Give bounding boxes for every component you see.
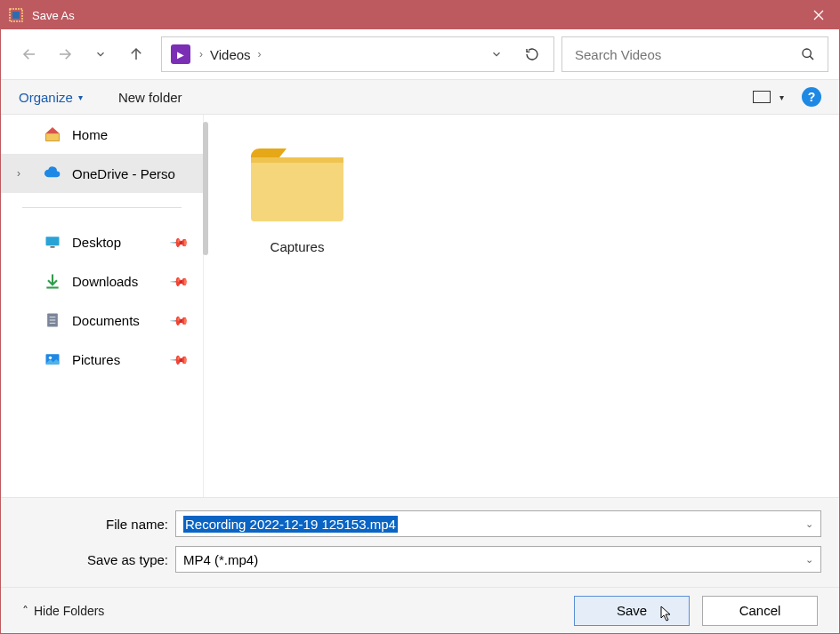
- sidebar-item-downloads[interactable]: Downloads 📌: [1, 261, 203, 301]
- save-label: Save: [617, 603, 647, 618]
- titlebar: Save As: [1, 1, 839, 29]
- sidebar-desktop-label: Desktop: [72, 235, 121, 250]
- refresh-button[interactable]: [514, 40, 550, 68]
- sidebar: Home › OneDrive - Perso Desktop 📌 Downlo…: [1, 115, 204, 497]
- svg-point-7: [803, 49, 811, 57]
- pin-icon: 📌: [169, 231, 190, 252]
- file-pane[interactable]: Captures: [204, 115, 839, 497]
- filetype-label: Save as type:: [19, 552, 168, 567]
- refresh-icon: [525, 47, 539, 61]
- sidebar-item-onedrive[interactable]: › OneDrive - Perso: [1, 154, 203, 193]
- back-button[interactable]: [12, 40, 47, 68]
- filetype-select[interactable]: MP4 (*.mp4) ⌄: [175, 546, 821, 573]
- chevron-down-icon: ▾: [78, 92, 83, 102]
- sidebar-downloads-label: Downloads: [72, 274, 138, 289]
- body: Home › OneDrive - Perso Desktop 📌 Downlo…: [1, 115, 839, 497]
- chevron-down-icon: [490, 48, 503, 60]
- filetype-row: Save as type: MP4 (*.mp4) ⌄: [19, 546, 821, 573]
- chevron-down-icon: ▾: [779, 92, 784, 102]
- address-dropdown[interactable]: [479, 40, 514, 68]
- organize-label: Organize: [19, 90, 73, 105]
- app-icon: [9, 8, 23, 22]
- footer: ˄ Hide Folders Save Cancel: [1, 587, 839, 633]
- chevron-down-icon: [94, 48, 107, 60]
- document-icon: [44, 311, 61, 329]
- filename-row: File name: Recording 2022-12-19 125153.m…: [19, 510, 821, 537]
- breadcrumb-sep: ›: [199, 48, 203, 60]
- sidebar-divider: [22, 207, 182, 208]
- sidebar-item-documents[interactable]: Documents 📌: [1, 301, 203, 340]
- svg-rect-10: [51, 246, 55, 248]
- close-icon: [813, 10, 824, 20]
- view-icon: [753, 91, 771, 103]
- svg-rect-20: [251, 157, 343, 163]
- help-button[interactable]: ?: [802, 87, 821, 107]
- sidebar-item-home[interactable]: Home: [1, 115, 203, 154]
- sidebar-onedrive-label: OneDrive - Perso: [72, 166, 175, 181]
- svg-line-8: [810, 56, 813, 60]
- chevron-down-icon[interactable]: ⌄: [805, 518, 813, 530]
- sidebar-home-label: Home: [72, 127, 108, 142]
- new-folder-button[interactable]: New folder: [118, 90, 182, 105]
- breadcrumb-videos[interactable]: Videos: [210, 47, 251, 62]
- save-button[interactable]: Save: [574, 596, 690, 626]
- sidebar-item-pictures[interactable]: Pictures 📌: [1, 340, 203, 379]
- search-box[interactable]: [561, 36, 828, 72]
- breadcrumb-sep2: ›: [258, 48, 262, 60]
- filetype-value: MP4 (*.mp4): [183, 552, 258, 567]
- hide-folders-button[interactable]: ˄ Hide Folders: [22, 604, 104, 618]
- sidebar-scrollbar[interactable]: [203, 122, 208, 255]
- download-icon: [44, 272, 61, 290]
- arrow-right-icon: [57, 46, 73, 62]
- sidebar-pictures-label: Pictures: [72, 352, 120, 367]
- organize-menu[interactable]: Organize▾: [19, 90, 83, 105]
- sidebar-item-desktop[interactable]: Desktop 📌: [1, 222, 203, 261]
- history-dropdown[interactable]: [83, 40, 118, 68]
- arrow-up-icon: [128, 46, 144, 62]
- svg-rect-1: [12, 12, 20, 19]
- folder-icon: [244, 140, 351, 229]
- view-button[interactable]: ▾: [753, 91, 784, 103]
- pictures-icon: [44, 350, 61, 368]
- chevron-right-icon: ›: [17, 167, 20, 180]
- window-title: Save As: [32, 9, 798, 22]
- nav-row: › Videos ›: [1, 29, 839, 79]
- close-button[interactable]: [798, 1, 839, 29]
- home-icon: [44, 125, 61, 143]
- svg-rect-9: [46, 237, 60, 245]
- cursor-icon: [660, 606, 673, 622]
- forward-button[interactable]: [47, 40, 83, 68]
- search-icon: [801, 47, 815, 61]
- svg-rect-19: [251, 157, 343, 221]
- cloud-icon: [44, 165, 61, 182]
- chevron-up-icon: ˄: [22, 604, 28, 618]
- desktop-icon: [44, 233, 61, 251]
- cancel-button[interactable]: Cancel: [702, 596, 818, 626]
- up-button[interactable]: [118, 40, 154, 68]
- chevron-down-icon[interactable]: ⌄: [805, 554, 813, 566]
- filename-label: File name:: [19, 517, 168, 532]
- sidebar-documents-label: Documents: [72, 313, 140, 328]
- pin-icon: 📌: [169, 270, 190, 291]
- address-bar[interactable]: › Videos ›: [161, 36, 554, 72]
- filename-input[interactable]: Recording 2022-12-19 125153.mp4 ⌄: [175, 510, 821, 537]
- pin-icon: 📌: [169, 349, 190, 369]
- folder-captures-label: Captures: [239, 239, 355, 254]
- save-as-dialog: Save As › Videos › Organize▾ New folder: [0, 0, 840, 634]
- svg-point-18: [49, 357, 52, 359]
- hide-folders-label: Hide Folders: [34, 604, 104, 618]
- toolbar: Organize▾ New folder ▾ ?: [1, 79, 839, 115]
- search-input[interactable]: [575, 47, 801, 62]
- filename-value: Recording 2022-12-19 125153.mp4: [183, 516, 398, 533]
- fields-panel: File name: Recording 2022-12-19 125153.m…: [1, 497, 839, 587]
- videos-folder-icon: [171, 44, 190, 64]
- pin-icon: 📌: [169, 309, 190, 330]
- arrow-left-icon: [21, 46, 37, 62]
- folder-captures[interactable]: Captures: [239, 140, 355, 254]
